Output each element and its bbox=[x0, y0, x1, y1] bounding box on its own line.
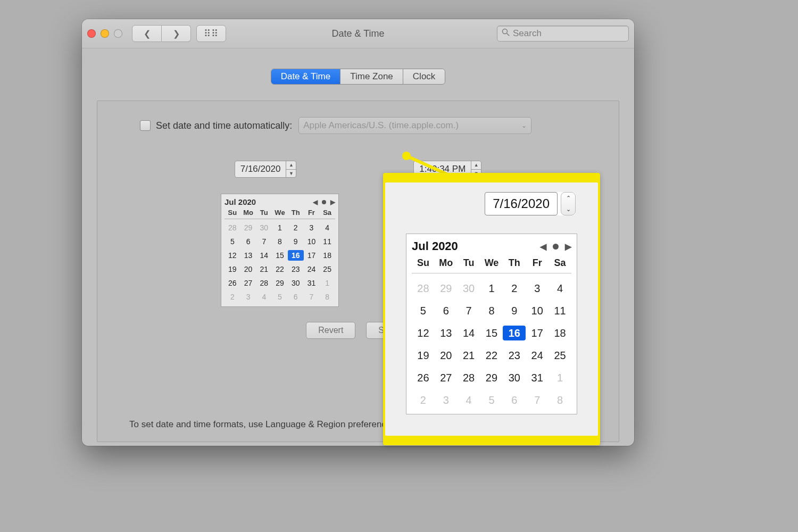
cal-next-month[interactable]: ▶ bbox=[330, 198, 335, 206]
time-server-dropdown[interactable]: Apple Americas/U.S. (time.apple.com.) ⌄ bbox=[298, 117, 531, 134]
calendar-day[interactable]: 19 bbox=[225, 264, 240, 275]
tab-clock[interactable]: Clock bbox=[403, 69, 445, 84]
calendar-day[interactable]: 14 bbox=[458, 326, 480, 340]
calendar-day[interactable]: 20 bbox=[240, 264, 256, 275]
calendar-day[interactable]: 31 bbox=[304, 278, 320, 288]
calendar-day[interactable]: 4 bbox=[256, 292, 272, 302]
calendar-day[interactable]: 3 bbox=[435, 393, 458, 408]
calendar-day[interactable]: 1 bbox=[319, 278, 335, 288]
calendar-day[interactable]: 4 bbox=[548, 281, 571, 296]
auto-set-checkbox[interactable] bbox=[140, 120, 151, 131]
calendar-day[interactable]: 4 bbox=[458, 393, 480, 408]
calendar-day[interactable]: 2 bbox=[288, 222, 304, 233]
cal-today-button-zoom[interactable] bbox=[553, 244, 559, 250]
calendar-day[interactable]: 6 bbox=[288, 292, 304, 302]
calendar-day[interactable]: 11 bbox=[319, 236, 335, 247]
calendar-day[interactable]: 12 bbox=[412, 326, 435, 340]
calendar-day[interactable]: 9 bbox=[503, 303, 526, 318]
show-all-button[interactable]: ⠿⠿ bbox=[196, 25, 226, 42]
cal-prev-month[interactable]: ◀ bbox=[313, 198, 318, 206]
calendar-day[interactable]: 8 bbox=[480, 303, 503, 318]
calendar-day[interactable]: 28 bbox=[458, 370, 480, 385]
calendar-day[interactable]: 1 bbox=[272, 222, 288, 233]
calendar-day[interactable]: 2 bbox=[412, 393, 435, 408]
calendar-day[interactable]: 27 bbox=[240, 278, 256, 288]
calendar-day[interactable]: 13 bbox=[240, 250, 256, 261]
back-button[interactable]: ❮ bbox=[132, 25, 162, 42]
calendar-day[interactable]: 6 bbox=[503, 393, 526, 408]
date-value-zoom[interactable]: 7/16/2020 bbox=[485, 192, 558, 215]
calendar-day[interactable]: 11 bbox=[548, 303, 571, 318]
calendar-day[interactable]: 2 bbox=[503, 281, 526, 296]
revert-button[interactable]: Revert bbox=[306, 322, 355, 339]
calendar-day[interactable]: 26 bbox=[225, 278, 240, 288]
date-value[interactable]: 7/16/2020 bbox=[235, 161, 286, 177]
cal-next-month-zoom[interactable]: ▶ bbox=[565, 242, 571, 252]
calendar-day[interactable]: 14 bbox=[256, 250, 272, 261]
calendar-day[interactable]: 22 bbox=[480, 348, 503, 363]
calendar-day[interactable]: 28 bbox=[225, 222, 240, 233]
calendar-day[interactable]: 10 bbox=[304, 236, 320, 247]
calendar-day[interactable]: 23 bbox=[288, 264, 304, 275]
calendar-day[interactable]: 6 bbox=[240, 236, 256, 247]
calendar-day[interactable]: 26 bbox=[412, 370, 435, 385]
calendar-day[interactable]: 29 bbox=[480, 370, 503, 385]
calendar-day[interactable]: 3 bbox=[526, 281, 548, 296]
calendar-day[interactable]: 7 bbox=[526, 393, 548, 408]
calendar-day[interactable]: 5 bbox=[225, 236, 240, 247]
calendar-day[interactable]: 16 bbox=[288, 250, 304, 261]
calendar-day[interactable]: 6 bbox=[435, 303, 458, 318]
calendar-day[interactable]: 17 bbox=[304, 250, 320, 261]
forward-button[interactable]: ❯ bbox=[162, 25, 191, 42]
calendar-day[interactable]: 15 bbox=[272, 250, 288, 261]
calendar-day[interactable]: 1 bbox=[548, 370, 571, 385]
calendar-day[interactable]: 4 bbox=[319, 222, 335, 233]
minimize-window-button[interactable] bbox=[101, 29, 109, 38]
cal-today-button[interactable] bbox=[322, 200, 326, 204]
calendar-day[interactable]: 2 bbox=[225, 292, 240, 302]
calendar-day[interactable]: 20 bbox=[435, 348, 458, 363]
calendar-day[interactable]: 23 bbox=[503, 348, 526, 363]
calendar-day[interactable]: 18 bbox=[319, 250, 335, 261]
calendar-day[interactable]: 7 bbox=[256, 236, 272, 247]
tab-time-zone[interactable]: Time Zone bbox=[340, 69, 403, 84]
search-field[interactable]: Search bbox=[497, 26, 629, 41]
calendar-day[interactable]: 24 bbox=[304, 264, 320, 275]
calendar-day[interactable]: 18 bbox=[548, 326, 571, 340]
calendar-day[interactable]: 29 bbox=[272, 278, 288, 288]
date-stepper-arrows-zoom[interactable]: ⌃⌄ bbox=[561, 192, 576, 215]
calendar-day[interactable]: 15 bbox=[480, 326, 503, 340]
close-window-button[interactable] bbox=[87, 29, 96, 38]
cal-prev-month-zoom[interactable]: ◀ bbox=[540, 242, 546, 252]
calendar-day[interactable]: 19 bbox=[412, 348, 435, 363]
calendar-day[interactable]: 1 bbox=[480, 281, 503, 296]
calendar-day[interactable]: 30 bbox=[503, 370, 526, 385]
calendar-day[interactable]: 10 bbox=[526, 303, 548, 318]
calendar-day[interactable]: 24 bbox=[526, 348, 548, 363]
calendar-day[interactable]: 25 bbox=[319, 264, 335, 275]
calendar-day[interactable]: 3 bbox=[240, 292, 256, 302]
calendar-day[interactable]: 12 bbox=[225, 250, 240, 261]
calendar-day[interactable]: 25 bbox=[548, 348, 571, 363]
calendar-day[interactable]: 9 bbox=[288, 236, 304, 247]
calendar-day[interactable]: 28 bbox=[256, 278, 272, 288]
calendar-day[interactable]: 8 bbox=[319, 292, 335, 302]
calendar-day[interactable]: 30 bbox=[256, 222, 272, 233]
calendar-day[interactable]: 16 bbox=[503, 326, 526, 340]
calendar-day[interactable]: 8 bbox=[548, 393, 571, 408]
tab-date-time[interactable]: Date & Time bbox=[271, 69, 340, 84]
calendar-day[interactable]: 21 bbox=[256, 264, 272, 275]
calendar-picker-zoom[interactable]: Jul 2020 ◀ ▶ SuMoTuWeThFrSa2829301234567… bbox=[406, 234, 577, 414]
calendar-day[interactable]: 3 bbox=[304, 222, 320, 233]
calendar-day[interactable]: 27 bbox=[435, 370, 458, 385]
calendar-picker[interactable]: Jul 2020 ◀ ▶ SuMoTuWeThFrSa2829301234567… bbox=[221, 194, 339, 307]
calendar-day[interactable]: 5 bbox=[480, 393, 503, 408]
zoom-window-button[interactable] bbox=[114, 29, 122, 38]
calendar-day[interactable]: 5 bbox=[272, 292, 288, 302]
calendar-day[interactable]: 31 bbox=[526, 370, 548, 385]
calendar-day[interactable]: 7 bbox=[458, 303, 480, 318]
calendar-day[interactable]: 8 bbox=[272, 236, 288, 247]
date-stepper-arrows[interactable]: ▲▼ bbox=[286, 161, 296, 177]
calendar-day[interactable]: 17 bbox=[526, 326, 548, 340]
date-stepper[interactable]: 7/16/2020 ▲▼ bbox=[235, 161, 297, 178]
